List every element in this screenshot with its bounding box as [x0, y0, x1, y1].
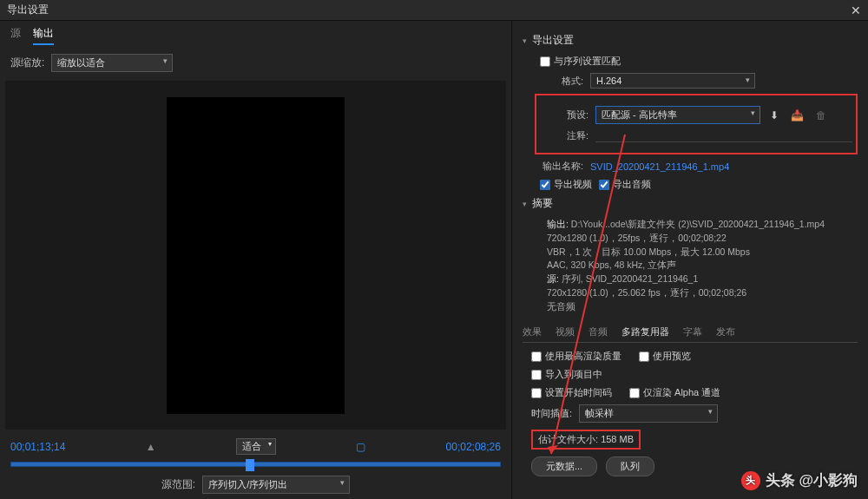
render-alpha-checkbox[interactable]: 仅渲染 Alpha 通道: [629, 386, 720, 399]
estimated-size-box: 估计文件大小: 158 MB: [531, 430, 641, 450]
time-interp-dropdown[interactable]: 帧采样: [579, 404, 718, 423]
time-interp-label: 时间插值:: [531, 407, 572, 420]
timeline-slider[interactable]: [0, 458, 511, 470]
comments-input[interactable]: [595, 130, 852, 142]
export-audio-checkbox[interactable]: 导出音频: [599, 178, 651, 191]
preview-area: [5, 81, 506, 430]
toutiao-logo-icon: 头: [741, 471, 760, 490]
import-project-checkbox[interactable]: 导入到项目中: [531, 368, 602, 381]
output-name-label: 输出名称:: [540, 160, 583, 173]
source-range-dropdown[interactable]: 序列切入/序列切出: [202, 476, 350, 494]
match-sequence-checkbox[interactable]: 与序列设置匹配: [540, 55, 621, 68]
zoom-fit-dropdown[interactable]: 适合: [236, 438, 276, 455]
save-preset-icon[interactable]: ⬇: [767, 109, 781, 121]
metadata-button[interactable]: 元数据...: [531, 456, 597, 476]
format-dropdown[interactable]: H.264: [590, 73, 755, 89]
max-render-quality-checkbox[interactable]: 使用最高渲染质量: [531, 350, 621, 363]
tab-multiplexer[interactable]: 多路复用器: [621, 325, 669, 338]
tab-effects[interactable]: 效果: [523, 325, 542, 338]
preset-label: 预设:: [545, 108, 589, 121]
source-scale-dropdown[interactable]: 缩放以适合: [51, 54, 173, 72]
video-preview: [167, 97, 345, 414]
tab-audio[interactable]: 音频: [589, 325, 608, 338]
dialog-title: 导出设置: [7, 3, 49, 17]
tab-source[interactable]: 源: [10, 26, 21, 45]
import-preset-icon[interactable]: 📥: [788, 109, 806, 121]
preset-highlight-box: 预设: 匹配源 - 高比特率 ⬇ 📥 🗑 注释:: [535, 94, 858, 154]
source-range-label: 源范围:: [161, 477, 195, 492]
playhead-handle[interactable]: [246, 459, 254, 471]
watermark: 头 头条 @小影狗: [741, 470, 858, 490]
start-timecode-checkbox[interactable]: 设置开始时间码: [531, 386, 612, 399]
export-video-checkbox[interactable]: 导出视频: [540, 178, 592, 191]
use-preview-checkbox[interactable]: 使用预览: [639, 350, 691, 363]
tab-captions[interactable]: 字幕: [683, 325, 702, 338]
delete-preset-icon[interactable]: 🗑: [813, 109, 829, 121]
export-settings-header[interactable]: 导出设置: [523, 33, 858, 48]
timecode-in[interactable]: 00;01;13;14: [10, 441, 65, 453]
output-name-link[interactable]: SVID_20200421_211946_1.mp4: [590, 161, 729, 172]
tab-publish[interactable]: 发布: [716, 325, 735, 338]
tab-video[interactable]: 视频: [556, 325, 575, 338]
queue-button[interactable]: 队列: [606, 456, 654, 476]
comments-label: 注释:: [545, 129, 589, 142]
summary-header[interactable]: 摘要: [523, 196, 858, 211]
tab-output[interactable]: 输出: [33, 26, 54, 45]
timecode-out[interactable]: 00;02;08;26: [446, 441, 501, 453]
preset-dropdown[interactable]: 匹配源 - 高比特率: [595, 106, 760, 124]
close-icon[interactable]: ✕: [851, 3, 861, 17]
source-scale-label: 源缩放:: [10, 56, 44, 70]
summary-block: 输出: D:\Youk...ode\新建文件夹 (2)\SVID_2020042…: [547, 218, 858, 313]
format-label: 格式:: [540, 75, 583, 88]
